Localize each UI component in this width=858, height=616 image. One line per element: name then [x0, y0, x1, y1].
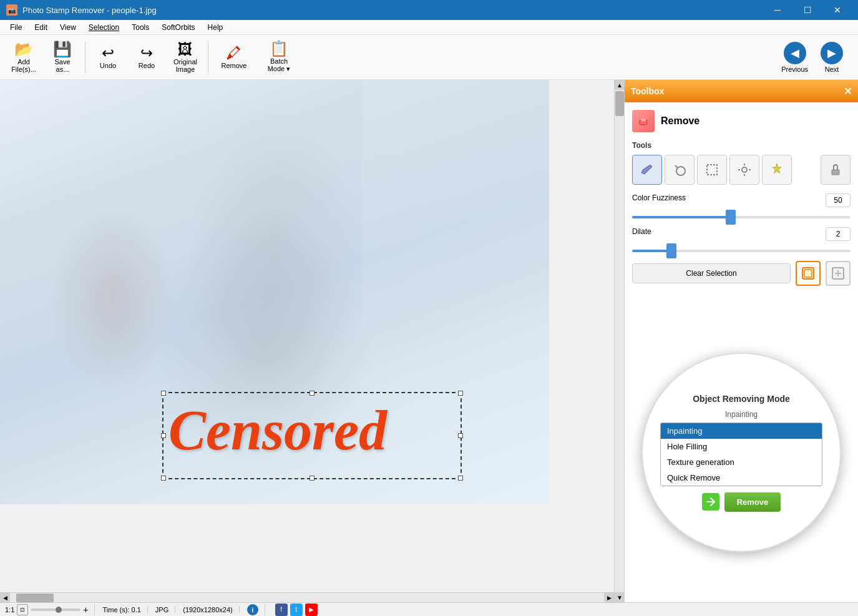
- h-scroll-thumb[interactable]: [16, 594, 54, 602]
- zoom-slider[interactable]: [31, 609, 80, 611]
- original-image-button[interactable]: 🖼 OriginalImage: [167, 37, 204, 77]
- window-controls: ─ ☐ ✕: [763, 0, 852, 20]
- social-icons: f t ▶: [275, 604, 318, 616]
- info-button[interactable]: i: [247, 604, 265, 615]
- info-icon[interactable]: i: [247, 604, 258, 615]
- mode-button-2[interactable]: [826, 261, 851, 286]
- dilate-fill: [632, 250, 671, 252]
- vertical-scrollbar[interactable]: ▲ ▼: [614, 80, 624, 602]
- undo-icon: ↩: [102, 46, 114, 61]
- h-scroll-track[interactable]: [10, 593, 604, 602]
- original-image-label: OriginalImage: [173, 58, 197, 73]
- color-fuzziness-label: Color Fuzziness: [632, 193, 686, 207]
- dropdown-item-texture-generation[interactable]: Texture generation: [661, 454, 822, 470]
- facebook-icon[interactable]: f: [275, 604, 288, 616]
- object-removing-mode-popup: Object Removing Mode Inpainting Inpainti…: [641, 353, 841, 552]
- menu-help[interactable]: Help: [202, 21, 230, 34]
- dropdown-title: Object Removing Mode: [693, 394, 790, 404]
- dimensions-status: (1920x1280x24): [183, 606, 240, 614]
- svg-rect-1: [641, 119, 646, 121]
- menu-edit[interactable]: Edit: [28, 21, 54, 34]
- remove-arrow-button[interactable]: [702, 493, 719, 511]
- magic-wand-button[interactable]: [665, 155, 695, 185]
- toolbox-panel: Toolbox ✕ Remove Tools: [624, 80, 858, 602]
- add-files-icon: 📂: [14, 42, 33, 57]
- toolbox-close-button[interactable]: ✕: [844, 86, 852, 97]
- menu-file[interactable]: File: [4, 21, 28, 34]
- close-button[interactable]: ✕: [823, 0, 852, 20]
- toolbar: 📂 AddFile(s)... 💾 Saveas... ↩ Undo ↪ Red…: [0, 35, 858, 80]
- dilate-label: Dilate: [632, 227, 651, 241]
- batch-mode-icon: 📋: [270, 41, 288, 56]
- magic-tool-button[interactable]: [762, 155, 792, 185]
- zoom-plus[interactable]: +: [83, 605, 88, 615]
- menu-tools[interactable]: Tools: [125, 21, 155, 34]
- menu-selection[interactable]: Selection: [82, 21, 125, 34]
- menu-view[interactable]: View: [54, 21, 82, 34]
- title-bar: 📷 Photo Stamp Remover - people-1.jpg ─ ☐…: [0, 0, 858, 20]
- mode-button-1[interactable]: [796, 261, 821, 286]
- zoom-control: 1:1 ⊡ +: [5, 604, 95, 615]
- stamp-tool-button[interactable]: [821, 155, 851, 185]
- color-fuzziness-slider[interactable]: [632, 216, 851, 218]
- youtube-icon[interactable]: ▶: [305, 604, 318, 616]
- undo-button[interactable]: ↩ Undo: [89, 37, 127, 77]
- buttons-row: Clear Selection: [632, 261, 851, 286]
- save-as-label: Saveas...: [54, 58, 70, 73]
- horizontal-scrollbar[interactable]: ◀ ▶: [0, 592, 614, 602]
- dilate-slider[interactable]: [632, 250, 851, 252]
- dilate-value[interactable]: 2: [826, 227, 851, 241]
- save-as-button[interactable]: 💾 Saveas...: [44, 37, 81, 77]
- toolbox-title: Toolbox: [631, 86, 664, 96]
- canvas-area[interactable]: Censored: [0, 80, 614, 592]
- previous-button[interactable]: ◀ Previous: [776, 39, 813, 76]
- batch-mode-button[interactable]: 📋 BatchMode ▾: [257, 37, 301, 77]
- save-as-icon: 💾: [53, 42, 72, 57]
- dilate-thumb[interactable]: [666, 243, 676, 258]
- pencil-tool-button[interactable]: [632, 155, 662, 185]
- main-layout: Censored: [0, 80, 858, 602]
- censored-text: Censored: [168, 398, 387, 462]
- redo-button[interactable]: ↪ Redo: [128, 37, 165, 77]
- minimize-button[interactable]: ─: [763, 0, 792, 20]
- scroll-down-arrow[interactable]: ▼: [615, 592, 624, 602]
- batch-mode-label: BatchMode ▾: [268, 57, 291, 73]
- zoom-thumb[interactable]: [56, 607, 62, 613]
- clear-selection-button[interactable]: Clear Selection: [632, 263, 791, 283]
- tools-section-label: Tools: [632, 141, 851, 150]
- v-scroll-thumb[interactable]: [615, 91, 624, 116]
- dropdown-current: Inpainting: [725, 410, 758, 419]
- maximize-button[interactable]: ☐: [793, 0, 822, 20]
- eraser-icon: [632, 110, 655, 132]
- original-image-icon: 🖼: [178, 42, 193, 57]
- remove-button-toolbar[interactable]: 🖍 Remove: [212, 37, 256, 77]
- add-files-button[interactable]: 📂 AddFile(s)...: [5, 37, 42, 77]
- color-fuzziness-thumb[interactable]: [726, 210, 736, 225]
- handle-top-left[interactable]: [161, 391, 166, 396]
- scroll-right-arrow[interactable]: ▶: [604, 593, 614, 603]
- canvas-with-scroll: Censored: [0, 80, 624, 602]
- next-icon: ▶: [821, 42, 843, 64]
- dropdown-item-inpainting[interactable]: Inpainting: [661, 423, 822, 439]
- settings-tool-button[interactable]: [729, 155, 759, 185]
- svg-rect-4: [707, 165, 717, 175]
- nav-buttons: ◀ Previous ▶ Next: [776, 39, 853, 76]
- zoom-fit-button[interactable]: ⊡: [17, 604, 28, 615]
- twitter-icon[interactable]: t: [290, 604, 303, 616]
- dropdown-item-quick-remove[interactable]: Quick Remove: [661, 470, 822, 486]
- remove-bottom-button[interactable]: Remove: [724, 492, 781, 512]
- color-fuzziness-value[interactable]: 50: [826, 193, 851, 207]
- remove-title: Remove: [661, 115, 700, 127]
- scroll-left-arrow[interactable]: ◀: [0, 593, 10, 603]
- dimensions-label: (1920x1280x24): [183, 606, 233, 614]
- menu-softorbits[interactable]: SoftOrbits: [155, 21, 201, 34]
- color-fuzziness-fill: [632, 216, 731, 218]
- v-scroll-track[interactable]: [615, 90, 624, 592]
- toolbox-header: Toolbox ✕: [625, 80, 858, 102]
- handle-top-middle[interactable]: [310, 391, 314, 396]
- dropdown-item-hole-filling[interactable]: Hole Filling: [661, 439, 822, 454]
- next-button[interactable]: ▶ Next: [816, 39, 848, 76]
- rect-select-button[interactable]: [697, 155, 727, 185]
- handle-middle-left[interactable]: [161, 433, 166, 438]
- scroll-up-arrow[interactable]: ▲: [615, 80, 624, 90]
